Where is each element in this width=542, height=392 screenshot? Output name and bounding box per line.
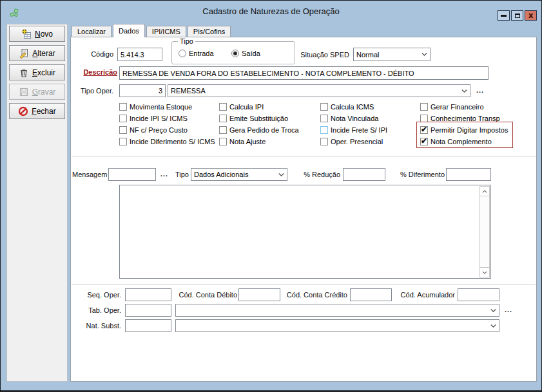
checkbox-label: Gera Pedido de Troca xyxy=(229,126,299,134)
maximize-icon xyxy=(515,14,520,18)
tab-strip: Localizar Dados IPI/ICMS Pis/Cofins xyxy=(72,24,232,37)
situacao-sped-value: Normal xyxy=(354,51,419,59)
scrollbar-track[interactable] xyxy=(479,196,490,268)
tab-localizar[interactable]: Localizar xyxy=(72,26,111,37)
alterar-label: Alterar xyxy=(32,49,55,58)
chevron-down-icon xyxy=(482,271,487,274)
checkbox-box[interactable] xyxy=(320,138,328,145)
tipo-oper-value: REMESSA xyxy=(168,87,459,95)
radio-saida-circle[interactable] xyxy=(231,50,239,57)
checkbox-label: Emite Substituição xyxy=(229,115,288,122)
close-button[interactable]: x xyxy=(525,10,537,21)
descricao-input[interactable] xyxy=(119,66,489,80)
minimize-button[interactable] xyxy=(498,10,510,21)
conta-credito-input[interactable] xyxy=(350,288,392,301)
acumulador-input[interactable] xyxy=(458,288,499,301)
mensagem-tipo-value: Dados Adicionais xyxy=(191,171,276,178)
checkbox-incide-diferimento-s-icms[interactable]: Incide Diferimento S/ ICMS xyxy=(119,137,215,146)
checkbox-label: Movimenta Estoque xyxy=(130,103,192,111)
novo-button[interactable]: Novo xyxy=(9,26,65,42)
mensagem-tipo-label: Tipo xyxy=(175,171,189,178)
checkbox-calcula-ipi[interactable]: Calcula IPI xyxy=(219,102,264,111)
diferimento-label: % Diferimento xyxy=(391,171,445,178)
radio-saida[interactable]: Saída xyxy=(231,50,260,57)
reducao-input[interactable] xyxy=(343,168,385,181)
tab-dados[interactable]: Dados xyxy=(113,24,145,37)
checkbox-box[interactable] xyxy=(420,103,428,111)
tab-oper-lookup-button[interactable]: ... xyxy=(505,306,512,313)
radio-entrada[interactable]: Entrada xyxy=(179,50,214,57)
diferimento-input[interactable] xyxy=(446,168,491,181)
checkbox-box[interactable] xyxy=(219,138,227,145)
gravar-button[interactable]: Gravar xyxy=(9,84,65,100)
section-divider xyxy=(72,284,536,285)
checkbox-calcula-icms[interactable]: Calcula ICMS xyxy=(320,102,374,111)
checkbox-oper-presencial[interactable]: Oper. Presencial xyxy=(320,137,383,146)
trash-icon xyxy=(19,68,29,78)
memo-scrollbar[interactable] xyxy=(479,186,490,277)
checkbox-box[interactable] xyxy=(119,103,127,111)
mensagem-lookup-button[interactable]: ... xyxy=(160,170,168,178)
tipo-oper-code-input[interactable] xyxy=(119,84,166,97)
checkbox-box[interactable] xyxy=(219,103,227,111)
situacao-sped-combo[interactable]: Normal xyxy=(353,48,431,61)
mensagem-memo[interactable] xyxy=(119,185,491,279)
maximize-button[interactable] xyxy=(511,10,523,21)
gravar-label: Gravar xyxy=(32,88,56,97)
radio-entrada-circle[interactable] xyxy=(179,50,186,57)
nat-subst-combo[interactable] xyxy=(175,319,499,332)
checkbox-box[interactable] xyxy=(119,138,127,145)
novo-label: Novo xyxy=(35,30,53,39)
checkbox-box[interactable] xyxy=(320,103,328,111)
checkbox-box[interactable] xyxy=(320,126,328,134)
checkbox-label: Calcula IPI xyxy=(229,103,264,111)
checkbox-nota-vinculada[interactable]: Nota Vinculada xyxy=(320,114,378,123)
checkbox-incide-frete-s-ipi[interactable]: Incide Frete S/ IPI xyxy=(320,126,387,135)
chevron-down-icon xyxy=(459,89,470,93)
checkbox-box[interactable] xyxy=(119,126,127,134)
tab-oper-code-input[interactable] xyxy=(125,304,171,317)
tab-ipi-icms[interactable]: IPI/ICMS xyxy=(146,26,186,37)
descricao-label: Descrição xyxy=(73,68,117,76)
chevron-up-icon xyxy=(482,190,487,193)
tipo-oper-label: Tipo Oper. xyxy=(75,87,113,95)
checkbox-movimenta-estoque[interactable]: Movimenta Estoque xyxy=(119,102,192,111)
fechar-button[interactable]: Fechar xyxy=(9,103,65,119)
seq-oper-label: Seq. Oper. xyxy=(81,291,121,299)
seq-oper-input[interactable] xyxy=(125,288,171,301)
scroll-down-button[interactable] xyxy=(479,267,490,277)
checkbox-box[interactable] xyxy=(119,115,127,122)
codigo-input[interactable] xyxy=(117,48,162,61)
fechar-label: Fechar xyxy=(32,107,55,116)
tab-pis-cofins[interactable]: Pis/Cofins xyxy=(188,26,231,37)
checkbox-emite-substituicao[interactable]: Emite Substituição xyxy=(219,114,288,123)
mensagem-input[interactable] xyxy=(108,168,156,181)
cancel-icon xyxy=(18,106,28,117)
title-bar[interactable]: Cadastro de Naturezas de Operação x xyxy=(1,1,541,22)
tab-oper-combo[interactable] xyxy=(175,304,499,317)
new-record-icon xyxy=(21,29,32,39)
excluir-button[interactable]: Excluir xyxy=(9,64,65,80)
checkbox-box[interactable] xyxy=(219,115,227,122)
checkbox-nota-ajuste[interactable]: Nota Ajuste xyxy=(219,137,266,146)
acumulador-label: Cód. Acumulador xyxy=(397,291,455,299)
checkbox-incide-ipi-s-icms[interactable]: Incide IPI S/ ICMS xyxy=(119,114,188,123)
checkbox-nf-c-preco-custo[interactable]: NF c/ Preço Custo xyxy=(119,126,188,135)
nat-subst-code-input[interactable] xyxy=(125,319,171,332)
tipo-oper-lookup-button[interactable]: ... xyxy=(476,86,484,94)
checkbox-box[interactable] xyxy=(320,115,328,122)
scroll-up-button[interactable] xyxy=(479,186,490,196)
checkbox-gera-pedido-de-troca[interactable]: Gera Pedido de Troca xyxy=(219,126,299,135)
reducao-label: % Redução xyxy=(298,171,340,178)
checkbox-label: Gerar Financeiro xyxy=(431,103,484,111)
alterar-button[interactable]: Alterar xyxy=(9,45,65,61)
codigo-label: Código xyxy=(75,50,113,58)
checkbox-box[interactable] xyxy=(219,126,227,134)
checkbox-label: NF c/ Preço Custo xyxy=(130,126,188,134)
radio-saida-label: Saída xyxy=(242,50,260,57)
conta-debito-input[interactable] xyxy=(238,288,280,301)
memo-field[interactable] xyxy=(120,185,479,278)
checkbox-gerar-financeiro[interactable]: Gerar Financeiro xyxy=(420,102,484,111)
tipo-oper-combo[interactable]: REMESSA xyxy=(168,84,470,97)
mensagem-tipo-combo[interactable]: Dados Adicionais xyxy=(191,168,287,181)
